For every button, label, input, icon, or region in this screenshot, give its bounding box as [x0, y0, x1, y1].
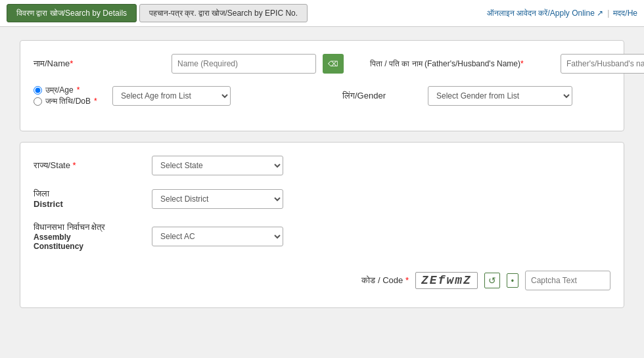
top-bar: विवरण द्वारा खोज/Search by Details पहचान… — [0, 0, 644, 27]
dob-radio-label: जन्म तिथि/DoB — [45, 97, 91, 106]
name-input[interactable] — [172, 54, 316, 74]
tab-search-by-details[interactable]: विवरण द्वारा खोज/Search by Details — [7, 4, 137, 22]
father-required-star: * — [520, 59, 524, 68]
name-clear-button[interactable]: ⌫ — [323, 54, 344, 74]
age-required-star: * — [77, 85, 80, 95]
main-content: नाम/Name* ⌫ पिता / पति का नाम (Father's/… — [0, 27, 644, 332]
assembly-label: विधानसभा निर्वाचन क्षेत्र Assembly Const… — [34, 222, 152, 251]
captcha-refresh-button[interactable]: ↺ — [484, 273, 500, 288]
father-input[interactable] — [561, 54, 644, 74]
name-required-star: * — [70, 58, 73, 68]
location-section: राज्य/State * Select State जिला District… — [20, 142, 624, 308]
captcha-label: कोड / Code * — [361, 275, 409, 286]
age-select[interactable]: Select Age from List — [112, 86, 231, 106]
name-father-row: नाम/Name* ⌫ पिता / पति का नाम (Father's/… — [34, 54, 610, 74]
personal-details-section: नाम/Name* ⌫ पिता / पति का नाम (Father's/… — [20, 40, 624, 131]
tab-search-by-epic[interactable]: पहचान-पत्र क्र. द्वारा खोज/Search by EPI… — [139, 4, 308, 22]
dob-radio-row: जन्म तिथि/DoB * — [34, 97, 106, 106]
state-label: राज्य/State * — [34, 160, 152, 171]
age-radio-label: उम्र/Age — [45, 85, 74, 95]
top-right-links: ऑनलाइन आवेदन करें/Apply Online ↗ | मदद/H… — [487, 9, 637, 18]
name-label: नाम/Name* — [34, 58, 165, 69]
tab-group: विवरण द्वारा खोज/Search by Details पहचान… — [7, 4, 308, 22]
external-link-icon: ↗ — [597, 9, 603, 18]
gender-label: लिंग/Gender — [342, 91, 421, 101]
age-gender-row: उम्र/Age * जन्म तिथि/DoB * Select Age fr… — [34, 85, 610, 106]
district-select[interactable]: Select District — [152, 189, 283, 209]
captcha-audio-button[interactable]: • — [507, 273, 518, 288]
pipe-divider: | — [607, 9, 609, 18]
gender-select[interactable]: Select Gender from List — [428, 86, 572, 106]
state-select[interactable]: Select State — [152, 156, 283, 175]
age-radio[interactable] — [34, 86, 42, 95]
captcha-required-star: * — [405, 275, 409, 285]
captcha-input[interactable] — [525, 271, 610, 290]
state-required-star: * — [73, 160, 76, 170]
captcha-row: कोड / Code * ZEfwmZ ↺ • — [34, 264, 610, 294]
age-radio-row: उम्र/Age * — [34, 85, 106, 95]
state-row: राज्य/State * Select State — [34, 156, 610, 175]
father-label: पिता / पति का नाम (Father's/Husband's Na… — [370, 59, 554, 68]
dob-required-star: * — [94, 97, 97, 106]
district-row: जिला District Select District — [34, 189, 610, 209]
help-link[interactable]: मदद/He — [613, 9, 637, 18]
age-dob-radio-group: उम्र/Age * जन्म तिथि/DoB * — [34, 85, 106, 106]
assembly-select[interactable]: Select AC — [152, 227, 283, 246]
district-label: जिला District — [34, 189, 152, 209]
assembly-row: विधानसभा निर्वाचन क्षेत्र Assembly Const… — [34, 222, 610, 251]
apply-online-link[interactable]: ऑनलाइन आवेदन करें/Apply Online ↗ — [487, 9, 603, 18]
dob-radio[interactable] — [34, 97, 42, 106]
captcha-image: ZEfwmZ — [415, 272, 478, 289]
